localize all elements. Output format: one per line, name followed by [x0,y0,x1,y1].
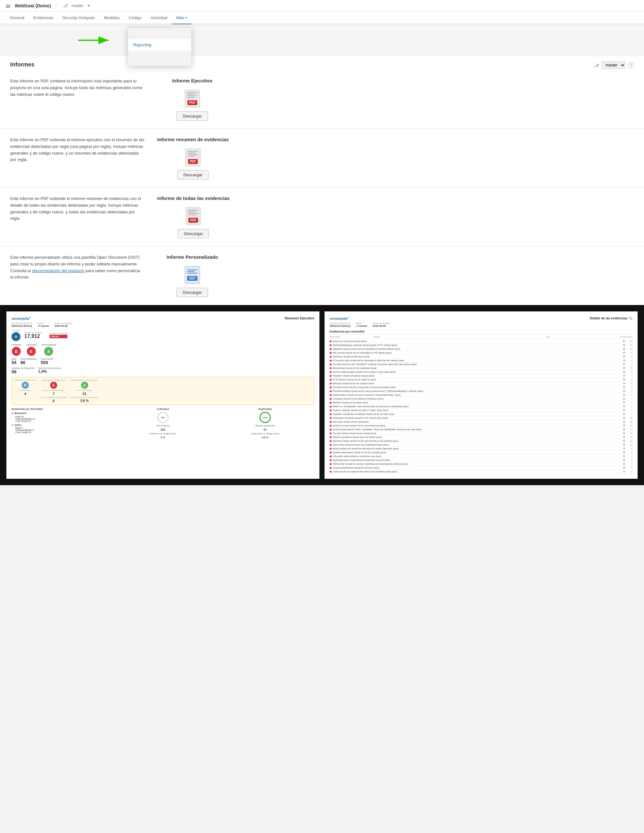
add-project-icon[interactable]: + [87,3,90,9]
ev-row-24: Try catch blocks should not be nested (j… [330,431,633,435]
report-resumen-icon: PDF [185,148,201,166]
report-personalizado-description: Este informe personalizado utiliza una p… [10,254,144,281]
ev-dot-11 [330,383,332,384]
descargar-ejecutivo-button[interactable]: Descargar [177,111,208,121]
ev-count-3: 8 [626,352,633,354]
pdf-lines-2 [188,151,198,156]
ev-text-27: Source files should not have any duplica… [333,444,622,446]
ev-icon-2: ⚙ [623,347,625,351]
ev-count-22: 19 [626,425,633,427]
ev-dot-12 [330,386,332,388]
ev-count-2: 12 [626,348,633,350]
ev-row-8: Generic wildcard types should not be use… [330,370,633,374]
nav-security-hotspots[interactable]: Security Hotspots [58,11,99,24]
ev-row-20: Parameters should be passed in the corre… [330,416,633,420]
ev-dot-28 [330,448,332,450]
preview-bottom-row: Evidencias por Severidad ● Bloqueante Bu… [11,408,314,439]
pdf-line-3 [187,95,197,96]
ev-icon-31: ⚙ [623,459,625,462]
app-header: WebGoat (Demo) ☆ ⎇ master + [0,0,644,11]
ev-dot-27 [330,444,332,446]
ev-icon-23: ⚙ [623,428,625,431]
ev-icon-1: ⚙ [623,344,625,347]
preview-numbers-row: Bugs 54 Vulnerabilidades 86 Code Smells … [11,358,314,365]
ev-icon-28: ⚙ [623,447,625,450]
ev-count-20: 48 [626,417,633,419]
ev-count-28: 9 [626,447,633,450]
preview-size-loc: Tamaño M Líneas de Código 17.912 Umbral … [11,329,314,341]
ev-count-21: 32 [626,421,633,423]
ev-count-33: 5 [626,466,633,469]
ev-icon-20: ⚙ [623,416,625,420]
ev-text-20: Parameters should be passed in the corre… [333,417,622,419]
pdf-line-1 [187,92,197,93]
ev-dot-2 [330,348,332,350]
new-code-section: Fiabilidad en código nuevo B Nuevos Bugs… [11,377,314,405]
ev-row-10: HTTP referers should not be relied on (j… [330,378,633,382]
branch-label: master [72,3,84,8]
ev-dot-20 [330,417,332,419]
nav-actividad[interactable]: Actividad [146,11,172,24]
help-icon[interactable]: ? [628,62,634,68]
ev-icon-0: ⚙ [623,340,625,343]
ev-count-16: 1 [626,402,633,404]
pdf-line-r3 [188,154,198,155]
nav-general[interactable]: General [5,11,29,24]
ev-row-6: Try-with-resources and "ResultSet" metho… [330,362,633,367]
descargar-personalizado-button[interactable]: Descargar [177,288,208,297]
pdf-lines [187,92,197,98]
preview-report-type-right: Detalle de las evidencias [590,317,627,320]
descargar-resumen-button[interactable]: Descargar [177,170,209,180]
product-docs-link[interactable]: documentación del producto [32,268,84,273]
ev-text-15: Constants should not be defined in inter… [333,398,622,400]
report-ejecutivo-description: Este informe en PDF contiene la informac… [10,78,144,98]
coverage-circle: 0% [157,412,169,423]
descargar-todas-button[interactable]: Descargar [178,229,209,238]
ev-count-15: 1 [626,398,633,400]
mas-dropdown-menu: Reporting [128,27,192,66]
ev-text-18: Instance methods should not write to "st… [333,409,622,412]
ev-count-11: 3 [626,382,633,384]
report-personalizado-icon: ODT [185,266,200,284]
odt-lines [187,270,197,273]
branch-select-input[interactable]: master [602,61,625,69]
ev-row-17: Fields in a "Serializable" class should … [330,405,633,408]
ev-text-34: A field should not duplicate the name of… [333,471,622,473]
ev-row-22: Sections of code should not be commented… [330,424,633,428]
ev-text-6: Try-with-resources and "ResultSet" metho… [333,363,622,365]
dropdown-reporting-item[interactable]: Reporting [128,39,192,50]
ev-dot-32 [330,463,332,465]
ev-count-19: 1 [626,413,633,415]
report-resumen-description: Este informe en PDF extiende el informe … [10,137,144,163]
nav-bar: General Evidencias Security Hotspots Med… [0,11,644,24]
ev-dot-29 [330,452,332,453]
nav-mas[interactable]: Más ▾ [172,11,192,24]
ev-count-17: 1 [626,405,633,408]
pdf-line-4 [187,97,194,98]
preview-right-meta: Nombre del proyecto WebGoat (Demo) Rama … [330,322,633,327]
ev-text-24: Try catch blocks should not be nested (j… [333,432,622,434]
green-arrow [77,34,115,48]
ev-text-4: TestCases should contain tests (java) [333,355,622,358]
quality-gate-failed: FAILED [50,335,68,338]
ev-icon-6: ⚙ [623,363,625,366]
favorite-icon[interactable]: ☆ [55,3,59,9]
page-content: Reporting Informes ⎇ master ? Este infor… [0,24,644,485]
seguridad-grade: E [27,347,36,356]
ev-text-21: Raw types should not be used (java) [333,421,622,423]
evidencias-por-severidad-title: Evidencias por severidad [330,330,633,334]
ev-text-10: HTTP referers should not be relied on (j… [333,378,622,381]
nav-medidas[interactable]: Medidas [99,11,124,24]
nav-codigo[interactable]: Código [124,11,146,24]
ev-dot-9 [330,375,332,377]
ev-text-17: Fields in a "Serializable" class should … [333,405,622,408]
ev-count-26: 10 [626,440,633,442]
ev-row-16: Methods should not be empty (java) ⚙ 1 [330,401,633,405]
branch-selector[interactable]: ⎇ master ? [594,61,634,69]
nav-evidencias[interactable]: Evidencias [29,11,58,24]
ev-count-7: 23 [626,367,633,369]
new-code-row: Fiabilidad en código nuevo B Nuevos Bugs… [14,379,312,403]
preview-date-left: Fecha de Análisis 2020-05-08 [54,322,72,327]
ev-count-4: 5 [626,355,633,358]
dropdown-area: Reporting [0,24,644,56]
